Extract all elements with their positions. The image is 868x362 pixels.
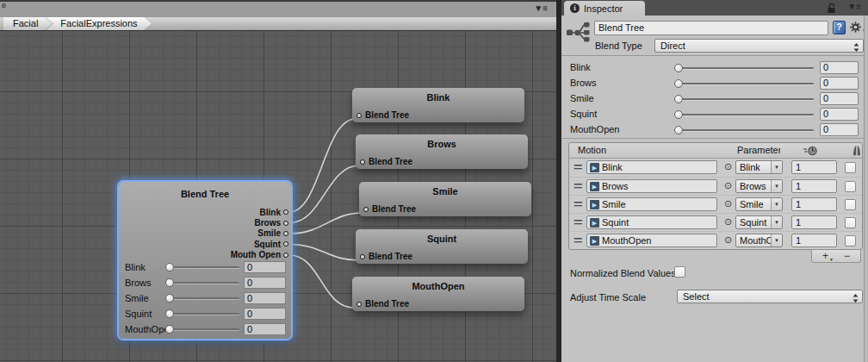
lock-icon[interactable]: [827, 3, 836, 16]
parameter-dropdown[interactable]: Blink▼: [735, 160, 783, 174]
weight-field[interactable]: 1: [791, 160, 837, 174]
param-slider[interactable]: [674, 94, 814, 104]
input-pin[interactable]: [356, 113, 362, 118]
normalized-blend-values-checkbox[interactable]: [674, 266, 685, 278]
output-pin[interactable]: [283, 241, 288, 247]
drag-handle-icon[interactable]: =: [574, 215, 583, 228]
param-slider[interactable]: [674, 78, 814, 89]
slider-knob[interactable]: [165, 325, 174, 334]
drag-handle-icon[interactable]: =: [574, 234, 583, 247]
weight-field[interactable]: 1: [791, 197, 837, 211]
parameter-dropdown[interactable]: Squint▼: [735, 215, 783, 229]
mirror-checkbox[interactable]: [845, 217, 856, 228]
node-brows[interactable]: Brows Blend Tree: [356, 134, 528, 169]
add-motion-button[interactable]: +▼: [822, 250, 834, 262]
param-slider[interactable]: [674, 109, 814, 120]
motion-object-field[interactable]: ▶Brows: [586, 179, 717, 193]
output-pin[interactable]: [283, 221, 288, 226]
node-squint[interactable]: Squint Blend Tree: [356, 229, 528, 264]
blendtree-graph-canvas[interactable]: Blend Tree Blink Brows Smile Squint Mout…: [0, 31, 556, 362]
normalized-blend-values-label: Normalized Blend Values: [570, 268, 674, 278]
param-value[interactable]: 0: [820, 123, 859, 136]
motion-object-field[interactable]: ▶MouthOpen: [586, 234, 717, 247]
remove-motion-button[interactable]: −: [844, 250, 850, 262]
slider-knob[interactable]: [674, 64, 683, 72]
inspector-scrollbar[interactable]: [864, 16, 868, 362]
weight-slider[interactable]: [165, 324, 239, 334]
param-value[interactable]: 0: [820, 61, 859, 74]
mirror-checkbox[interactable]: [845, 181, 856, 192]
object-picker-icon[interactable]: ⊙: [724, 198, 732, 209]
motion-object-field[interactable]: ▶Squint: [586, 215, 717, 229]
inspector-menu-icon[interactable]: ▼≡: [847, 2, 861, 11]
object-picker-icon[interactable]: ⊙: [724, 180, 732, 191]
param-slider[interactable]: [674, 125, 814, 135]
drag-handle-icon[interactable]: =: [574, 197, 583, 210]
weight-slider[interactable]: [165, 293, 239, 303]
mirror-checkbox[interactable]: [845, 235, 856, 247]
drag-handle-icon[interactable]: =: [574, 179, 583, 192]
weight-value[interactable]: 0: [244, 277, 286, 289]
output-pin[interactable]: [283, 253, 288, 258]
mirror-checkbox[interactable]: [845, 199, 856, 210]
weight-value[interactable]: 0: [244, 308, 286, 320]
blend-type-dropdown[interactable]: Direct: [654, 39, 864, 53]
mirror-checkbox[interactable]: [845, 162, 856, 173]
input-pin[interactable]: [356, 302, 362, 307]
output-pin[interactable]: [283, 209, 288, 215]
slider-knob[interactable]: [674, 110, 683, 119]
input-pin[interactable]: [363, 207, 369, 212]
weight-value[interactable]: 0: [244, 292, 286, 304]
node-smile[interactable]: Smile Blend Tree: [359, 182, 531, 216]
weight-field[interactable]: 1: [791, 215, 837, 229]
param-value[interactable]: 0: [820, 92, 859, 105]
object-picker-icon[interactable]: ⊙: [724, 234, 732, 246]
parameter-dropdown[interactable]: MouthOpen▼: [735, 234, 783, 247]
slider-knob[interactable]: [165, 263, 174, 272]
weight-slider[interactable]: [165, 309, 239, 319]
output-pin[interactable]: [283, 231, 288, 236]
node-weight-sliders: Blink 0 Brows 0 Smile 0: [125, 259, 286, 337]
slider-knob[interactable]: [674, 79, 683, 88]
section-divider: [561, 138, 868, 139]
weight-slider[interactable]: [165, 262, 239, 272]
node-blend-tree-root[interactable]: Blend Tree Blink Brows Smile Squint Mout…: [119, 182, 291, 339]
slider-knob[interactable]: [674, 95, 683, 103]
slider-knob[interactable]: [165, 309, 174, 318]
param-value[interactable]: 0: [820, 77, 859, 90]
weight-slider[interactable]: [165, 278, 239, 288]
help-icon[interactable]: ?: [833, 21, 846, 34]
column-header-motion: Motion: [578, 145, 606, 155]
slider-knob[interactable]: [165, 278, 174, 287]
parameter-dropdown[interactable]: Brows▼: [735, 179, 783, 193]
object-picker-icon[interactable]: ⊙: [724, 161, 732, 172]
drag-handle-icon[interactable]: =: [574, 160, 583, 173]
object-picker-icon[interactable]: ⊙: [724, 216, 732, 228]
panel-menu-icon[interactable]: ▼≡: [534, 3, 548, 13]
motion-object-field[interactable]: ▶Smile: [586, 197, 717, 211]
adjust-time-scale-dropdown[interactable]: Select: [677, 290, 863, 303]
param-value[interactable]: 0: [820, 108, 859, 121]
slider-knob[interactable]: [165, 294, 174, 303]
input-pin[interactable]: [360, 159, 365, 165]
node-input-port: Blend Tree: [356, 299, 409, 309]
param-slider[interactable]: [674, 63, 814, 73]
weight-value[interactable]: 0: [244, 323, 286, 335]
weight-field[interactable]: 1: [791, 179, 837, 193]
weight-field[interactable]: 1: [791, 234, 837, 247]
node-mouthopen[interactable]: MouthOpen Blend Tree: [352, 277, 524, 311]
weight-label: MouthOpen: [125, 324, 165, 334]
breadcrumb-item-facialexpressions[interactable]: FacialExpressions: [46, 17, 151, 30]
slider-knob[interactable]: [674, 126, 683, 134]
node-blink[interactable]: Blink Blend Tree: [352, 88, 524, 122]
parameter-dropdown[interactable]: Smile▼: [735, 197, 783, 211]
breadcrumb-item-facial[interactable]: Facial: [3, 17, 52, 30]
weight-value[interactable]: 0: [244, 261, 286, 273]
output-label: Squint: [254, 240, 281, 249]
input-pin[interactable]: [360, 254, 365, 259]
weight-row: Blink 0: [125, 259, 286, 275]
motion-row-blink: = ▶Blink ⊙ Blink▼ 1: [569, 159, 862, 177]
blendtree-name-field[interactable]: Blend Tree: [594, 21, 828, 35]
tab-inspector[interactable]: i Inspector: [564, 1, 645, 16]
motion-object-field[interactable]: ▶Blink: [586, 160, 717, 174]
